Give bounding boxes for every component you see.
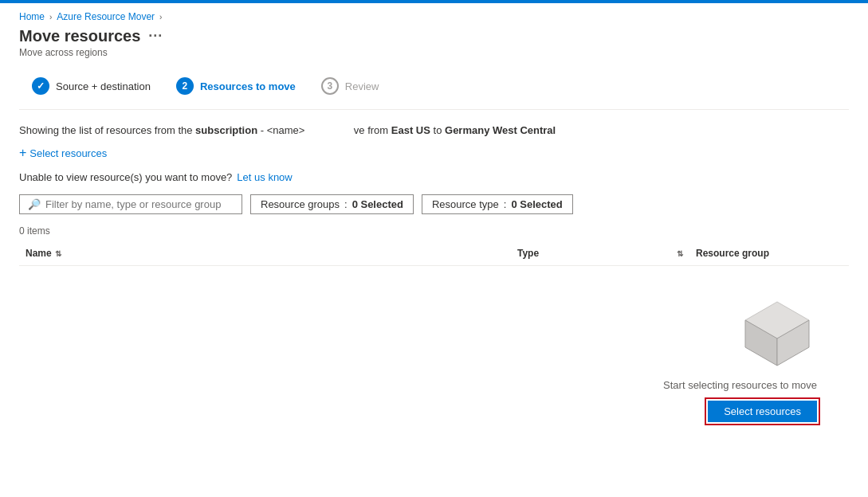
cube-container <box>737 298 817 370</box>
th-resource-group-label: Resource group <box>696 248 769 259</box>
description-name: - <name> <box>261 124 305 136</box>
items-count: 0 items <box>19 225 849 237</box>
description-region: ve from <box>308 124 391 136</box>
breadcrumb-sep-1: › <box>49 13 52 22</box>
page-title: Move resources <box>19 27 140 45</box>
step-2-circle: 2 <box>176 77 194 95</box>
step-resources-to-move[interactable]: 2 Resources to move <box>163 72 308 100</box>
description-subscription: subscription <box>195 124 257 136</box>
resource-type-chip-count: 0 Selected <box>511 198 562 210</box>
th-sort-type: ⇅ <box>670 248 689 259</box>
breadcrumb-home[interactable]: Home <box>19 11 45 22</box>
resource-type-chip-label: Resource type <box>432 198 499 210</box>
warning-text: Unable to view resource(s) you want to m… <box>19 171 232 183</box>
breadcrumb-sep-2: › <box>159 13 162 22</box>
page-subtitle: Move across regions <box>19 47 849 58</box>
breadcrumb: Home › Azure Resource Mover › <box>19 3 849 27</box>
plus-icon: + <box>19 146 26 160</box>
th-resource-group: Resource group <box>689 248 849 259</box>
description-region2: Germany West Central <box>445 124 556 136</box>
resource-type-chip-sep: : <box>504 198 507 210</box>
let-us-know-link[interactable]: Let us know <box>237 171 292 183</box>
select-resources-link[interactable]: + Select resources <box>19 146 849 160</box>
resource-type-chip[interactable]: Resource type : 0 Selected <box>422 194 573 214</box>
step-3-circle: 3 <box>321 77 339 95</box>
warning-row: Unable to view resource(s) you want to m… <box>19 171 849 183</box>
table-header: Name ⇅ Type ⇅ Resource group <box>19 241 849 266</box>
step-3-label: Review <box>345 80 379 92</box>
description-to: to <box>434 124 445 136</box>
description-prefix: Showing the list of resources from the <box>19 124 195 136</box>
th-type-label: Type <box>517 248 539 259</box>
th-type: Type <box>511 248 670 259</box>
resource-groups-chip[interactable]: Resource groups : 0 Selected <box>250 194 414 214</box>
empty-state-text: Start selecting resources to move <box>663 379 817 391</box>
resource-groups-chip-count: 0 Selected <box>352 198 403 210</box>
step-1-circle <box>32 77 49 95</box>
th-spacer1 <box>498 248 511 259</box>
resource-groups-chip-label: Resource groups <box>261 198 340 210</box>
breadcrumb-azure-resource-mover[interactable]: Azure Resource Mover <box>57 11 155 22</box>
resource-groups-chip-sep: : <box>344 198 348 210</box>
select-resources-link-text: Select resources <box>29 147 107 159</box>
filter-bar: 🔎 Resource groups : 0 Selected Resource … <box>19 194 849 214</box>
more-options-icon[interactable]: ··· <box>148 28 163 45</box>
sort-type-icon[interactable]: ⇅ <box>677 249 683 258</box>
filter-input[interactable] <box>45 198 234 210</box>
step-1-label: Source + destination <box>56 80 151 92</box>
th-name: Name ⇅ <box>19 248 498 259</box>
content-description: Showing the list of resources from the s… <box>19 124 849 136</box>
checkmark-icon <box>37 80 45 92</box>
wizard-steps: Source + destination 2 Resources to move… <box>19 72 849 110</box>
select-resources-button[interactable]: Select resources <box>708 401 817 422</box>
empty-state: Start selecting resources to move Select… <box>19 266 849 422</box>
cube-svg <box>737 298 817 370</box>
sort-name-icon[interactable]: ⇅ <box>55 249 61 258</box>
th-name-label: Name <box>26 248 52 259</box>
filter-input-wrapper: 🔎 <box>19 194 242 214</box>
step-2-label: Resources to move <box>200 80 296 92</box>
step-review[interactable]: 3 Review <box>308 72 392 100</box>
step-source-destination[interactable]: Source + destination <box>19 72 163 100</box>
description-region1: East US <box>391 124 430 136</box>
search-icon: 🔎 <box>28 198 41 210</box>
